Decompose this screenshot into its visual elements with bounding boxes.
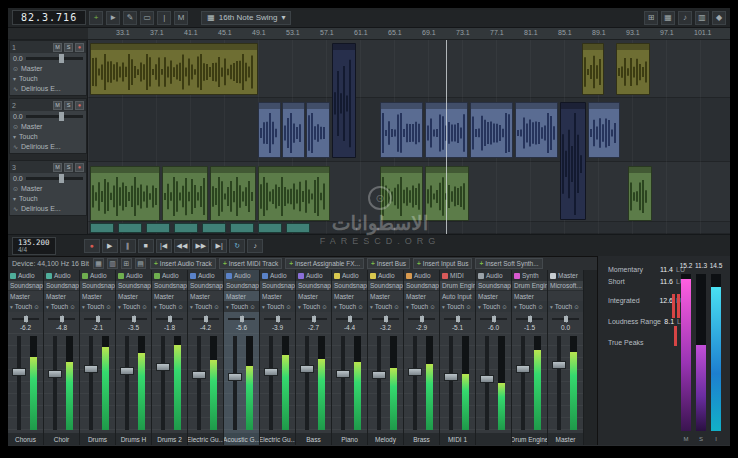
pan-handle[interactable] [96,316,100,322]
audio-clip[interactable] [582,43,604,95]
channel-fx[interactable]: Drum Engine [440,281,475,291]
channel-automation-mode[interactable]: ▾Touch⊙ [152,301,187,312]
audio-clip[interactable] [258,223,282,233]
channel-name[interactable]: Drums 2 [152,433,187,445]
console-strips-icon[interactable]: ▦ [93,258,104,269]
pan-slider[interactable] [80,312,115,324]
views-icon[interactable]: ▥ [695,11,709,25]
mixer-channel-strip[interactable]: Audio Soundsnapper Master ▾Touch⊙ -1.8 D… [152,270,188,445]
track-mute-button[interactable]: M [53,101,62,110]
pan-handle[interactable] [276,316,280,322]
pan-slider[interactable] [296,312,331,324]
fader-handle[interactable] [156,363,170,371]
pan-handle[interactable] [564,316,568,322]
metronome-button[interactable]: ♪ [247,239,263,253]
pan-handle[interactable] [204,316,208,322]
mixer-channel-strip[interactable]: Audio Soundsnapper Master ▾Touch⊙ -5.6 A… [224,270,260,445]
audio-clip[interactable] [286,223,310,233]
pan-slider[interactable] [476,312,511,324]
forward-button[interactable]: ▶▶ [192,239,209,253]
channel-output[interactable]: Master [260,291,295,301]
pan-slider[interactable] [368,312,403,324]
channel-automation-mode[interactable]: ▾Touch⊙ [8,301,43,312]
channel-name[interactable]: Bass [296,433,331,445]
channel-automation-mode[interactable]: ▾Touch⊙ [440,301,475,312]
mixer-channel-strip[interactable]: Audio Soundsnapper Master ▾Touch⊙ -6.2 C… [8,270,44,445]
channel-automation-mode[interactable]: ▾Touch⊙ [296,301,331,312]
fader-handle[interactable] [444,373,458,381]
snap-icon[interactable]: ⊞ [644,11,658,25]
pause-button[interactable]: ∥ [120,239,136,253]
channel-automation-mode[interactable]: ▾Touch⊙ [80,301,115,312]
channel-automation-mode[interactable]: ▾Touch⊙ [44,301,79,312]
track-arm-button[interactable]: ● [75,163,84,172]
channel-fader[interactable] [116,333,151,433]
pan-handle[interactable] [420,316,424,322]
audio-clip[interactable] [628,166,652,221]
pan-handle[interactable] [312,316,316,322]
channel-name[interactable]: Acoustic G... [224,433,259,445]
insert-track-button[interactable]: +Insert Soft Synth... [475,258,542,269]
insert-track-button[interactable]: +Insert Audio Track [150,258,216,269]
channel-fader[interactable] [548,333,583,433]
channel-fx[interactable]: Soundsnapper [332,281,367,291]
track-solo-button[interactable]: S [64,163,73,172]
channel-fx[interactable]: Soundsnapper [116,281,151,291]
channel-name[interactable]: Melody [368,433,403,445]
volume-handle[interactable] [59,112,64,121]
channel-fx[interactable]: Soundsnapper [224,281,259,291]
channel-fader[interactable] [512,333,547,433]
stop-button[interactable]: ■ [138,239,154,253]
track-panel[interactable]: 2 M S ● 0.0 ⊙Master ▾Touch ∿Delirious E.… [9,98,87,154]
channel-fader[interactable] [260,333,295,433]
volume-handle[interactable] [59,54,64,63]
narrow-strip-icon[interactable]: ▥ [107,258,118,269]
mixer-channel-strip[interactable]: Audio Soundsnapper Master ▾Touch⊙ -3.2 M… [368,270,404,445]
channel-fader[interactable] [296,333,331,433]
mixer-channel-strip[interactable]: Audio Soundsnapper Master ▾Touch⊙ -2.7 B… [296,270,332,445]
channel-output[interactable]: Master [116,291,151,301]
timecode-display[interactable]: 82.3.716 [12,10,86,25]
fader-handle[interactable] [480,375,494,383]
track-volume-slider[interactable] [26,115,83,118]
pan-handle[interactable] [456,316,460,322]
channel-name[interactable]: Choir [44,433,79,445]
mixer-channel-strip[interactable]: Audio Soundsnapper Master ▾Touch⊙ -4.4 P… [332,270,368,445]
channel-output[interactable]: Master [188,291,223,301]
audio-clip[interactable] [380,166,423,221]
channel-fx[interactable]: Soundsnapper [8,281,43,291]
pan-slider[interactable] [188,312,223,324]
channel-automation-mode[interactable]: ▾Touch⊙ [332,301,367,312]
channel-fx[interactable]: Soundsnapper [476,281,511,291]
pencil-icon[interactable]: ✎ [123,11,137,25]
timeline-ruler[interactable]: 33.137.141.145.149.153.157.161.165.169.1… [88,28,730,40]
split-icon[interactable]: | [157,11,171,25]
track-arm-button[interactable]: ● [75,101,84,110]
pan-handle[interactable] [240,316,244,322]
channel-fader[interactable] [404,333,439,433]
fader-handle[interactable] [192,371,206,379]
fader-handle[interactable] [48,370,62,378]
mixer-channel-strip[interactable]: Audio Soundsnapper Master ▾Touch⊙ -3.5 D… [116,270,152,445]
channel-fx[interactable]: Soundsnapper [44,281,79,291]
channel-automation-mode[interactable]: ▾Touch⊙ [260,301,295,312]
channel-output[interactable]: Master [152,291,187,301]
audio-clip[interactable] [332,43,356,158]
channel-fx[interactable]: Soundsnapper [80,281,115,291]
swing-selector[interactable]: ▦ 16th Note Swing ▾ [201,11,291,25]
pan-handle[interactable] [132,316,136,322]
pan-slider[interactable] [512,312,547,324]
channel-name[interactable]: Electric Gu... [260,433,295,445]
record-button[interactable]: ● [84,239,100,253]
audio-clip[interactable] [282,102,305,158]
channel-output[interactable]: Master [296,291,331,301]
track-volume-slider[interactable] [26,177,83,180]
channel-fx[interactable]: Drum Engine [512,281,547,291]
audio-clip[interactable] [90,223,114,233]
track-mute-button[interactable]: M [53,163,62,172]
channel-fx[interactable]: Soundsnapper [152,281,187,291]
channel-fader[interactable] [80,333,115,433]
track-solo-button[interactable]: S [64,43,73,52]
audio-clip[interactable] [470,102,513,158]
track-automation-mode[interactable]: Touch [19,195,38,202]
